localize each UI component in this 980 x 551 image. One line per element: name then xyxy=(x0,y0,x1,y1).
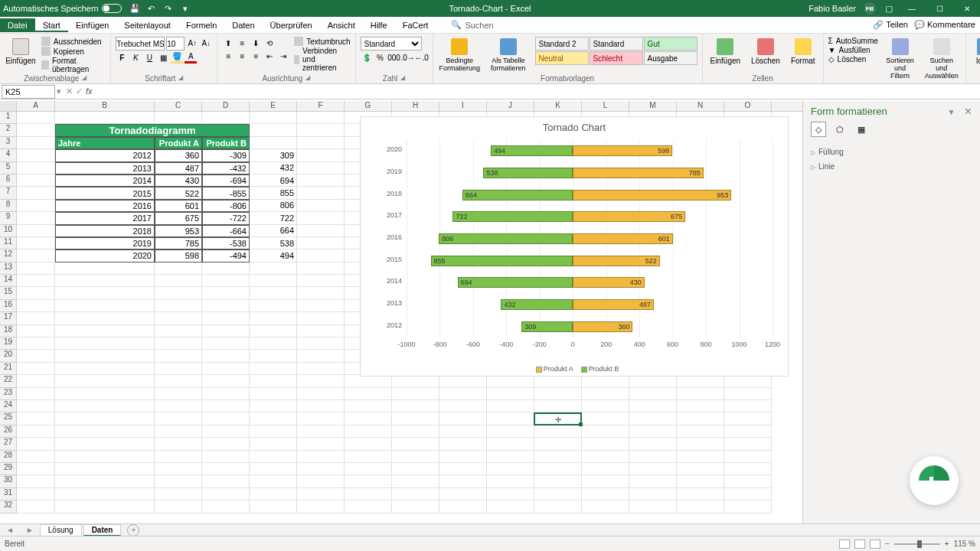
cell[interactable] xyxy=(629,451,677,463)
cell[interactable] xyxy=(55,500,155,513)
cell[interactable] xyxy=(17,249,55,262)
cell[interactable] xyxy=(724,451,772,463)
cell[interactable]: -538 xyxy=(202,237,250,249)
row-header[interactable]: 1 xyxy=(0,112,17,124)
cell[interactable] xyxy=(297,300,345,312)
cell[interactable] xyxy=(55,375,155,387)
cell[interactable] xyxy=(724,463,772,475)
cell[interactable] xyxy=(250,287,297,299)
cell[interactable] xyxy=(677,425,724,438)
cell[interactable] xyxy=(17,200,55,212)
close-button[interactable]: ✕ xyxy=(957,2,977,15)
page-break-view-button[interactable] xyxy=(870,540,880,549)
cell[interactable] xyxy=(297,337,345,350)
row-header[interactable]: 32 xyxy=(0,500,17,513)
cell[interactable] xyxy=(155,400,202,412)
cell[interactable] xyxy=(677,463,724,475)
cell[interactable] xyxy=(155,112,202,124)
autosave-toggle[interactable]: Automatisches Speichern xyxy=(3,4,122,13)
cell[interactable] xyxy=(17,475,55,487)
cell[interactable] xyxy=(17,412,55,425)
cell[interactable] xyxy=(534,438,582,450)
cell[interactable] xyxy=(297,137,345,149)
chart-bar-pos[interactable]: 360 xyxy=(573,321,632,332)
column-header[interactable]: J xyxy=(487,101,534,111)
cell[interactable] xyxy=(155,412,202,425)
cell[interactable] xyxy=(439,500,487,513)
cell[interactable] xyxy=(17,287,55,299)
cell[interactable] xyxy=(250,412,297,425)
copy-button[interactable]: Kopieren xyxy=(41,47,106,56)
cell[interactable] xyxy=(250,300,297,312)
cell[interactable] xyxy=(487,375,534,387)
row-header[interactable]: 15 xyxy=(0,287,17,299)
cell[interactable] xyxy=(17,212,55,224)
cell[interactable] xyxy=(677,438,724,450)
cell[interactable] xyxy=(297,124,345,136)
row-header[interactable]: 21 xyxy=(0,363,17,375)
cell[interactable] xyxy=(297,350,345,362)
cell[interactable] xyxy=(55,325,155,337)
cell[interactable] xyxy=(250,488,297,500)
page-layout-view-button[interactable] xyxy=(854,540,865,549)
zoom-level[interactable]: 115 % xyxy=(954,540,975,548)
cell[interactable] xyxy=(17,488,55,500)
cell[interactable] xyxy=(17,350,55,362)
cell[interactable]: 2016 xyxy=(55,200,155,212)
cell[interactable]: 2015 xyxy=(55,187,155,199)
cell[interactable] xyxy=(439,412,487,425)
cell[interactable] xyxy=(297,237,345,249)
cell[interactable] xyxy=(534,400,582,412)
row-header[interactable]: 22 xyxy=(0,375,17,387)
cell[interactable] xyxy=(439,463,487,475)
style-standard2[interactable]: Standard 2 xyxy=(535,37,589,51)
cell[interactable] xyxy=(629,475,677,487)
cell[interactable] xyxy=(55,463,155,475)
row-header[interactable]: 14 xyxy=(0,275,17,287)
cell[interactable] xyxy=(297,174,345,187)
cell[interactable] xyxy=(582,488,629,500)
cell[interactable] xyxy=(17,388,55,400)
cell[interactable]: 2014 xyxy=(55,174,155,187)
cell[interactable] xyxy=(629,400,677,412)
ideas-button[interactable]: Ideen xyxy=(971,37,980,67)
column-header[interactable]: G xyxy=(345,101,392,111)
font-size-combo[interactable] xyxy=(166,37,185,51)
cell[interactable]: 360 xyxy=(155,149,202,161)
dialog-launcher-icon[interactable]: ◢ xyxy=(82,74,87,83)
cell[interactable] xyxy=(392,475,439,487)
cell[interactable] xyxy=(17,500,55,513)
cell[interactable] xyxy=(392,500,439,513)
cell[interactable] xyxy=(155,350,202,362)
cell[interactable] xyxy=(439,451,487,463)
cell[interactable] xyxy=(55,438,155,450)
cell[interactable] xyxy=(487,500,534,513)
cell[interactable] xyxy=(297,438,345,450)
style-bad[interactable]: Schlecht xyxy=(590,51,643,65)
cell[interactable]: Jahre xyxy=(55,137,155,149)
row-header[interactable]: 26 xyxy=(0,425,17,438)
cell[interactable] xyxy=(202,438,250,450)
cell[interactable] xyxy=(297,425,345,438)
sheet-nav-prev[interactable]: ◄ xyxy=(0,526,20,534)
cell[interactable] xyxy=(487,488,534,500)
cell[interactable] xyxy=(487,412,534,425)
user-name[interactable]: Fabio Basler xyxy=(808,4,856,13)
chart-bar-neg[interactable]: 722 xyxy=(452,211,573,222)
cell[interactable]: Produkt B xyxy=(202,137,250,149)
cell[interactable] xyxy=(250,124,297,136)
cell[interactable]: 487 xyxy=(155,162,202,174)
cell[interactable] xyxy=(345,475,392,487)
cell[interactable] xyxy=(250,425,297,438)
maximize-button[interactable]: ☐ xyxy=(929,2,949,15)
cell[interactable] xyxy=(155,363,202,375)
indent-inc-button[interactable]: ⇥ xyxy=(277,50,289,62)
cell[interactable] xyxy=(202,312,250,324)
cell[interactable] xyxy=(724,400,772,412)
cell[interactable] xyxy=(250,475,297,487)
cell[interactable] xyxy=(55,300,155,312)
pane-line-section[interactable]: Linie xyxy=(811,159,972,174)
chart-bar-pos[interactable]: 953 xyxy=(573,190,731,201)
cell[interactable] xyxy=(297,400,345,412)
cell[interactable] xyxy=(582,438,629,450)
